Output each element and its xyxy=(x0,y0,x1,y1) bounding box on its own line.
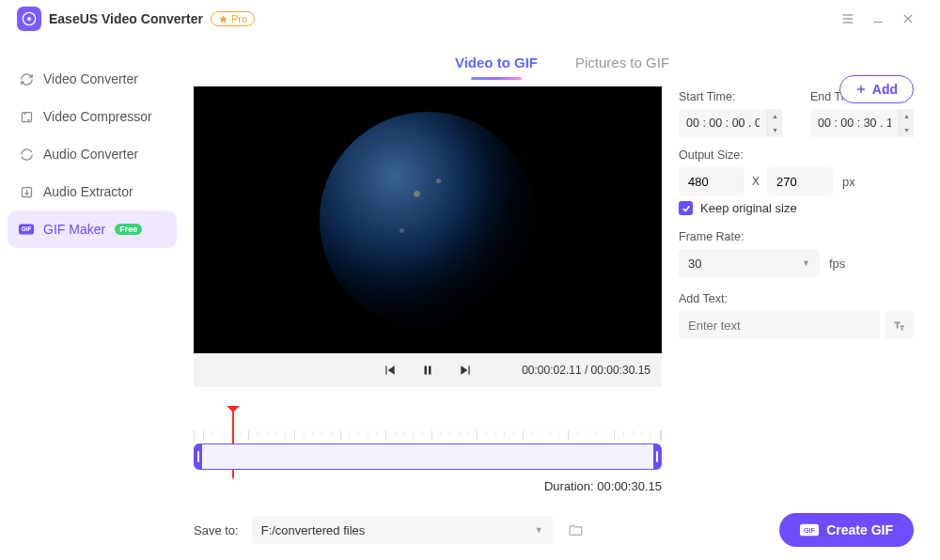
sidebar-item-video-compressor[interactable]: Video Compressor xyxy=(8,98,177,135)
start-time-input[interactable]: ▲▼ xyxy=(679,109,782,137)
footer-bar: Save to: F:/convertered files ▼ GIF Crea… xyxy=(194,513,914,547)
sidebar-item-label: Audio Converter xyxy=(43,147,138,162)
tab-bar: Video to GIF Pictures to GIF xyxy=(184,38,940,86)
sidebar-item-label: GIF Maker xyxy=(43,222,105,237)
svg-text:T: T xyxy=(901,325,904,331)
prev-button[interactable] xyxy=(382,362,399,379)
end-time-input[interactable]: ▲▼ xyxy=(810,109,914,137)
chevron-down-icon[interactable]: ▼ xyxy=(767,123,782,137)
svg-text:T: T xyxy=(895,320,901,330)
add-button[interactable]: Add xyxy=(839,75,914,103)
open-folder-button[interactable] xyxy=(562,516,590,544)
main-panel: Video to GIF Pictures to GIF Add 00:00:0… xyxy=(184,38,940,560)
title-bar: EaseUS Video Converter Pro xyxy=(0,0,940,38)
svg-rect-17 xyxy=(425,366,428,375)
refresh-icon xyxy=(19,72,34,86)
keep-original-checkbox[interactable] xyxy=(679,201,693,215)
add-text-input[interactable] xyxy=(679,311,880,339)
keep-original-label: Keep original size xyxy=(700,201,797,215)
chevron-down-icon: ▼ xyxy=(802,258,810,268)
svg-marker-16 xyxy=(388,366,395,374)
sidebar-item-label: Video Converter xyxy=(43,71,138,86)
extract-icon xyxy=(19,185,34,199)
svg-text:GIF: GIF xyxy=(804,526,816,535)
app-logo-icon xyxy=(17,7,41,31)
sidebar-item-audio-converter[interactable]: Audio Converter xyxy=(8,135,177,173)
sidebar-item-audio-extractor[interactable]: Audio Extractor xyxy=(8,173,177,210)
refresh-icon xyxy=(19,148,34,162)
chevron-up-icon[interactable]: ▲ xyxy=(899,109,914,123)
free-badge: Free xyxy=(115,224,142,235)
range-end-handle[interactable] xyxy=(653,444,661,469)
compress-icon xyxy=(19,110,34,124)
text-style-button[interactable]: TT xyxy=(885,311,914,339)
app-title: EaseUS Video Converter xyxy=(49,11,203,26)
close-icon[interactable] xyxy=(893,4,923,34)
next-button[interactable] xyxy=(457,362,474,379)
save-path-select[interactable]: F:/convertered files ▼ xyxy=(252,516,553,544)
frame-rate-label: Frame Rate: xyxy=(679,230,914,243)
svg-rect-18 xyxy=(429,366,431,375)
start-time-label: Start Time: xyxy=(679,90,782,103)
timeline: Duration: 00:00:30.15 xyxy=(194,408,662,493)
sidebar-item-label: Video Compressor xyxy=(43,109,152,124)
pause-button[interactable] xyxy=(419,362,436,379)
svg-rect-20 xyxy=(469,366,470,374)
gif-icon: GIF xyxy=(19,224,34,235)
video-preview[interactable] xyxy=(194,86,662,353)
preview-content xyxy=(320,112,536,328)
playback-time: 00:00:02.11 / 00:00:30.15 xyxy=(522,364,650,377)
chevron-up-icon[interactable]: ▲ xyxy=(767,109,782,123)
frame-rate-select[interactable]: 30 ▼ xyxy=(679,249,820,277)
sidebar-item-gif-maker[interactable]: GIF GIF Maker Free xyxy=(8,210,177,248)
create-gif-button[interactable]: GIF Create GIF xyxy=(779,513,914,547)
svg-rect-15 xyxy=(385,366,386,374)
sidebar-item-video-converter[interactable]: Video Converter xyxy=(8,60,177,98)
height-input[interactable] xyxy=(767,167,833,195)
playback-controls: 00:00:02.11 / 00:00:30.15 xyxy=(194,353,662,387)
chevron-down-icon[interactable]: ▼ xyxy=(899,123,914,137)
svg-marker-2 xyxy=(219,14,227,23)
duration-display: Duration: 00:00:30.15 xyxy=(194,479,662,493)
minimize-icon[interactable] xyxy=(863,4,893,34)
svg-rect-9 xyxy=(22,112,31,121)
settings-panel: Start Time: ▲▼ End Time: ▲▼ xyxy=(679,86,914,493)
add-text-label: Add Text: xyxy=(679,292,914,305)
save-to-label: Save to: xyxy=(194,523,239,537)
svg-point-1 xyxy=(27,17,31,21)
sidebar-item-label: Audio Extractor xyxy=(43,184,133,199)
pro-badge: Pro xyxy=(211,11,255,26)
clip-range[interactable] xyxy=(194,443,662,470)
menu-icon[interactable] xyxy=(833,4,863,34)
width-input[interactable] xyxy=(679,167,744,195)
svg-text:GIF: GIF xyxy=(22,226,32,232)
tab-pictures-to-gif[interactable]: Pictures to GIF xyxy=(575,49,669,76)
timeline-ruler[interactable] xyxy=(194,430,662,442)
output-size-label: Output Size: xyxy=(679,148,914,162)
tab-video-to-gif[interactable]: Video to GIF xyxy=(455,49,538,76)
sidebar: Video Converter Video Compressor Audio C… xyxy=(0,38,184,560)
svg-marker-19 xyxy=(461,366,467,374)
range-start-handle[interactable] xyxy=(195,444,202,469)
chevron-down-icon: ▼ xyxy=(535,525,543,535)
